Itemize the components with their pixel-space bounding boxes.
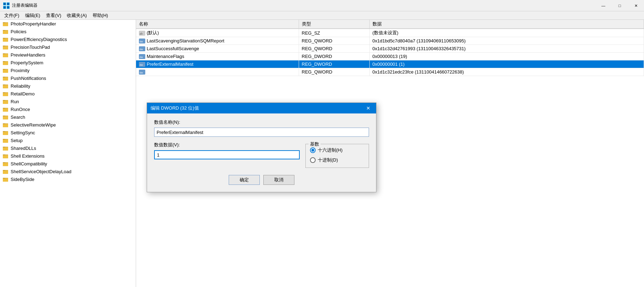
reg-icon: dw [139,39,145,43]
sidebar-item-label: Shell Extensions [11,153,45,159]
sidebar-item-shellextensions[interactable]: Shell Extensions [0,152,136,160]
sidebar-item-proximity[interactable]: Proximity [0,66,136,74]
svg-rect-43 [3,109,8,112]
value-label: 数值数据(V): [154,142,300,148]
svg-text:dw: dw [140,48,143,51]
folder-icon [3,83,9,89]
svg-rect-25 [3,62,8,65]
dialog-title: 编辑 DWORD (32 位)值 [151,105,199,111]
radio-hex-item[interactable]: 十六进制(H) [310,147,364,153]
table-row[interactable]: dw REG_QWORD0x1d1c321edc23fce (131100414… [136,68,644,76]
sidebar-item-photopropertyhandler[interactable]: PhotoPropertyHandler [0,20,136,28]
svg-rect-49 [3,124,8,127]
dialog-row: 数值数据(V): 基数 十六进制(H) [154,142,369,168]
folder-icon [3,68,9,73]
cell-name: dw LastScavengingStarvationSQMReport [136,37,299,45]
sidebar-item-sidebyside[interactable]: SideBySide [0,175,136,183]
dialog-title-bar: 编辑 DWORD (32 位)值 ✕ [147,103,376,113]
title-bar: 注册表编辑器 — □ ✕ [0,0,644,11]
cell-name: dw [136,68,299,76]
folder-icon [3,52,9,58]
sidebar-item-shellcompatibility[interactable]: ShellCompatibility [0,160,136,168]
sidebar[interactable]: PhotoPropertyHandler Policies PowerEffic… [0,20,136,287]
table-row[interactable]: dw LastScavengingStarvationSQMReportREG_… [136,37,644,45]
sidebar-item-search[interactable]: Search [0,113,136,121]
menu-bar: 文件(F) 编辑(E) 查看(V) 收藏夹(A) 帮助(H) [0,11,644,20]
svg-rect-58 [3,147,8,151]
svg-text:dw: dw [140,40,143,43]
sidebar-item-propertysystem[interactable]: PropertySystem [0,59,136,66]
svg-rect-64 [3,163,8,166]
radio-hex-label: 十六进制(H) [318,147,343,153]
cell-data: 0x1d1bd5c7d8040a7 (131094069110653095) [369,37,644,45]
sidebar-item-precisiontouchpad[interactable]: PrecisionTouchPad [0,43,136,51]
sidebar-item-label: Run [11,99,19,104]
folder-icon [3,114,9,120]
sidebar-item-label: Reliability [11,83,30,89]
menu-help[interactable]: 帮助(H) [90,12,111,19]
radio-group: 十六进制(H) 十进制(D) [310,147,364,163]
cell-data: 0x00000001 (1) [369,60,644,68]
sidebar-item-retaildemo[interactable]: RetailDemo [0,90,136,98]
sidebar-item-label: PushNotifications [11,76,46,81]
menu-edit[interactable]: 编辑(E) [22,12,43,19]
sidebar-item-label: Search [11,115,25,120]
title-bar-controls: — □ ✕ [595,0,644,11]
ok-button[interactable]: 确定 [229,175,260,185]
sidebar-item-runonce[interactable]: RunOnce [0,105,136,113]
sidebar-item-label: SharedDLLs [11,146,36,151]
sidebar-item-selectiveremotewipe[interactable]: SelectiveRemoteWipe [0,121,136,129]
close-button[interactable]: ✕ [628,0,644,11]
sidebar-item-label: PowerEfficiencyDiagnostics [11,37,67,42]
maximize-button[interactable]: □ [611,0,628,11]
radio-dec-item[interactable]: 十进制(D) [310,157,364,163]
table-row[interactable]: dw LastSuccessfullScavengeREG_QWORD0x1d1… [136,45,644,53]
menu-file[interactable]: 文件(F) [1,12,22,19]
sidebar-item-label: Policies [11,29,27,34]
sidebar-item-powerefficiencydiagnostics[interactable]: PowerEfficiencyDiagnostics [0,35,136,43]
sidebar-item-settingsync[interactable]: SettingSync [0,129,136,136]
svg-rect-10 [3,23,8,26]
cancel-button[interactable]: 取消 [263,175,294,185]
svg-rect-22 [3,54,8,57]
sidebar-item-label: PreviewHandlers [11,52,45,58]
svg-rect-28 [3,70,8,73]
table-row[interactable]: ab (默认)REG_SZ(数值未设置) [136,29,644,37]
reg-icon: ab [139,31,145,36]
reg-icon: dw [139,46,145,51]
cell-name: ab (默认) [136,29,299,37]
svg-text:ab: ab [140,32,143,35]
folder-icon [3,122,9,128]
menu-favorites[interactable]: 收藏夹(A) [64,12,89,19]
value-input[interactable] [154,150,300,159]
minimize-button[interactable]: — [595,0,611,11]
folder-icon [3,106,9,112]
sidebar-item-shareddlls[interactable]: SharedDLLs [0,144,136,152]
svg-rect-40 [3,101,8,104]
sidebar-item-label: RetailDemo [11,91,35,96]
folder-icon [3,29,9,34]
menu-view[interactable]: 查看(V) [43,12,64,19]
sidebar-item-shellserviceobjectdelayload[interactable]: ShellServiceObjectDelayLoad [0,168,136,175]
svg-rect-70 [3,178,8,182]
sidebar-item-reliability[interactable]: Reliability [0,82,136,90]
svg-rect-6 [4,6,6,8]
table-row[interactable]: dw PreferExternalManifestREG_DWORD0x0000… [136,60,644,68]
sidebar-item-run[interactable]: Run [0,98,136,105]
cell-data: (数值未设置) [369,29,644,37]
sidebar-item-label: ShellCompatibility [11,161,47,166]
sidebar-item-policies[interactable]: Policies [0,28,136,35]
svg-rect-19 [3,46,8,49]
folder-icon [3,44,9,50]
svg-rect-61 [3,155,8,158]
sidebar-item-previewhandlers[interactable]: PreviewHandlers [0,51,136,59]
value-col: 数值数据(V): [154,142,300,168]
col-header-type: 类型 [299,20,369,29]
name-input[interactable] [154,128,369,137]
cell-data: 0x1d1c32d42761993 (131100463326435731) [369,45,644,53]
cell-name: dw MaintenanceFlags [136,53,299,60]
sidebar-item-setup[interactable]: Setup [0,136,136,144]
dialog-close-button[interactable]: ✕ [364,104,373,112]
table-row[interactable]: dw MaintenanceFlagsREG_DWORD0x00000013 (… [136,53,644,60]
sidebar-item-pushnotifications[interactable]: PushNotifications [0,74,136,82]
